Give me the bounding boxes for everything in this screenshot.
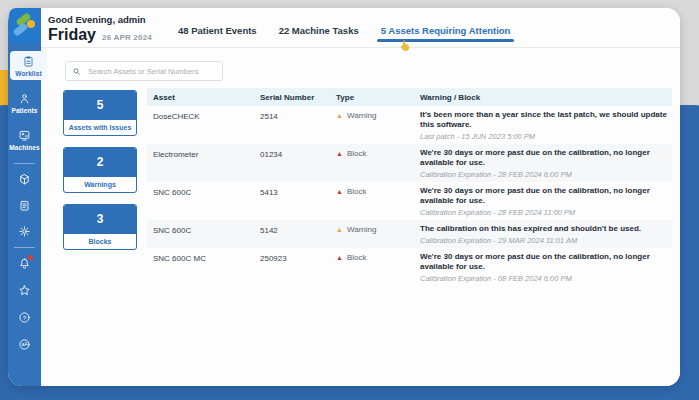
date-label: 26 APR 2024 xyxy=(102,33,152,42)
sidebar-item-icon xyxy=(22,55,35,68)
asset-row[interactable]: Electrometer 01234 ▲ Block We're 30 days… xyxy=(147,144,672,182)
sidebar-nav: Worklist Patients Machines xyxy=(8,51,41,154)
asset-row[interactable]: SNC 600C 5413 ▲ Block We're 30 days or m… xyxy=(147,182,672,220)
notifications-button[interactable] xyxy=(18,257,31,270)
tab-machine-tasks[interactable]: 22 Machine Tasks xyxy=(275,25,363,45)
top-bar: Good Evening, admin Friday 26 APR 2024 4… xyxy=(41,8,680,48)
card-count: 5 xyxy=(64,91,136,120)
asset-search[interactable] xyxy=(65,61,223,81)
status-label: Block xyxy=(347,188,367,196)
sidebar-item-label: Machines xyxy=(9,144,39,151)
serial-number: 5142 xyxy=(254,224,330,245)
card-label: Blocks xyxy=(64,234,136,249)
card-label: Assets with Issues xyxy=(64,120,136,135)
card-warnings[interactable]: 2 Warnings xyxy=(63,147,137,193)
status-triangle-icon: ▲ xyxy=(336,112,343,120)
tab-label: 5 Assets Requiring Attention xyxy=(381,25,511,36)
type-cell: ▲ Block xyxy=(330,186,414,217)
warning-detail: Calibration Expiration - 29 MAR 2024 11:… xyxy=(420,236,672,245)
sidebar-tools xyxy=(18,173,31,238)
app-window: Worklist Patients Machines xyxy=(8,8,680,386)
type-cell: ▲ Block xyxy=(330,252,414,283)
tab-bar: 48 Patient Events 22 Machine Tasks xyxy=(174,25,514,45)
utility-icon: ? xyxy=(18,311,31,324)
notification-dot xyxy=(28,255,33,260)
sidebar-item-records[interactable] xyxy=(18,199,31,212)
asset-name: SNC 600C xyxy=(147,224,254,245)
type-cell: ▲ Warning xyxy=(330,110,414,141)
card-assets-with-issues[interactable]: 5 Assets with Issues xyxy=(63,90,137,136)
content-area: 5 Assets with Issues 2 Warnings 3 Blocks xyxy=(41,48,680,386)
tab-patient-events[interactable]: 48 Patient Events xyxy=(174,25,261,45)
status-triangle-icon: ▲ xyxy=(336,150,343,158)
warning-detail: Calibration Expiration - 08 FEB 2024 6:0… xyxy=(420,274,672,283)
text-size-button[interactable]: aA xyxy=(18,338,31,351)
sidebar-item-machines[interactable]: Machines xyxy=(10,125,40,154)
warning-block-cell: The calibration on this has expired and … xyxy=(414,224,672,245)
card-blocks[interactable]: 3 Blocks xyxy=(63,204,137,250)
asset-name: DoseCHECK xyxy=(147,110,254,141)
sidebar-utilities: ? aA xyxy=(18,257,31,351)
svg-text:aA: aA xyxy=(22,342,29,347)
sidebar-item-label: Worklist xyxy=(15,70,41,77)
main-area: Good Evening, admin Friday 26 APR 2024 4… xyxy=(41,8,680,386)
summary-cards: 5 Assets with Issues 2 Warnings 3 Blocks xyxy=(63,90,137,286)
serial-number: 250923 xyxy=(254,252,330,283)
warning-block-cell: We're 30 days or more past due on the ca… xyxy=(414,252,672,283)
utility-icon: aA xyxy=(18,338,31,351)
table-header: Asset Serial Number Type Warning / Block xyxy=(147,88,672,106)
warning-message: The calibration on this has expired and … xyxy=(420,224,672,234)
utility-icon xyxy=(18,284,31,297)
column-header: Warning / Block xyxy=(414,88,672,106)
search-input[interactable] xyxy=(86,66,216,77)
warning-message: We're 30 days or more past due on the ca… xyxy=(420,186,672,206)
asset-name: SNC 600C xyxy=(147,186,254,217)
warning-detail: Calibration Expiration - 28 FEB 2024 6:0… xyxy=(420,170,672,179)
tool-icon xyxy=(18,173,31,186)
card-count: 3 xyxy=(64,205,136,234)
cursor-pointer-icon xyxy=(399,39,412,52)
sidebar-item-label: Patients xyxy=(11,107,37,114)
warning-block-cell: We're 30 days or more past due on the ca… xyxy=(414,186,672,217)
column-header: Serial Number xyxy=(254,88,330,106)
help-button[interactable]: ? xyxy=(18,311,31,324)
status-label: Warning xyxy=(347,226,377,234)
search-icon xyxy=(72,67,81,76)
warning-message: We're 30 days or more past due on the ca… xyxy=(420,148,672,168)
sidebar-divider xyxy=(14,247,35,248)
sidebar-item-worklist[interactable]: Worklist xyxy=(10,51,47,80)
type-cell: ▲ Warning xyxy=(330,224,414,245)
tab-label: 48 Patient Events xyxy=(178,25,257,36)
tab-assets-requiring-attention[interactable]: 5 Assets Requiring Attention xyxy=(377,25,515,45)
app-logo[interactable] xyxy=(9,8,40,44)
sidebar-item-icon xyxy=(18,129,31,142)
asset-name: SNC 600C MC xyxy=(147,252,254,283)
status-triangle-icon: ▲ xyxy=(336,188,343,196)
card-label: Warnings xyxy=(64,177,136,192)
svg-text:?: ? xyxy=(23,315,27,321)
sidebar-item-devices[interactable] xyxy=(18,173,31,186)
column-header: Type xyxy=(330,88,414,106)
favorites-button[interactable] xyxy=(18,284,31,297)
status-label: Block xyxy=(347,150,367,158)
status-label: Warning xyxy=(347,112,377,120)
asset-row[interactable]: SNC 600C MC 250923 ▲ Block We're 30 days… xyxy=(147,248,672,286)
status-triangle-icon: ▲ xyxy=(336,226,343,234)
serial-number: 01234 xyxy=(254,148,330,179)
sidebar: Worklist Patients Machines xyxy=(8,8,41,386)
asset-row[interactable]: SNC 600C 5142 ▲ Warning The calibration … xyxy=(147,220,672,248)
sidebar-item-patients[interactable]: Patients xyxy=(10,88,40,117)
table-body: DoseCHECK 2514 ▲ Warning It's been more … xyxy=(147,106,672,286)
type-cell: ▲ Block xyxy=(330,148,414,179)
card-count: 2 xyxy=(64,148,136,177)
asset-name: Electrometer xyxy=(147,148,254,179)
status-triangle-icon: ▲ xyxy=(336,254,343,262)
asset-row[interactable]: DoseCHECK 2514 ▲ Warning It's been more … xyxy=(147,106,672,144)
sidebar-item-settings[interactable] xyxy=(18,225,31,238)
assets-table: Asset Serial Number Type Warning / Block xyxy=(147,88,672,286)
warning-detail: Last patch - 15 JUN 2023 5:00 PM xyxy=(420,132,672,141)
warning-message: It's been more than a year since the las… xyxy=(420,110,672,130)
warning-block-cell: We're 30 days or more past due on the ca… xyxy=(414,148,672,179)
warning-detail: Calibration Expiration - 28 FEB 2024 11:… xyxy=(420,208,672,217)
logo-dot-yellow xyxy=(27,20,35,28)
